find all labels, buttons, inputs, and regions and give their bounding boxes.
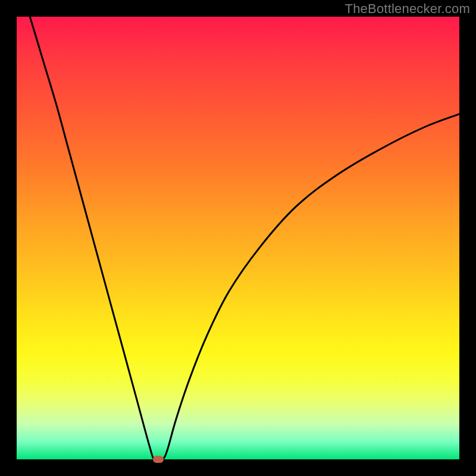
curve-path <box>17 0 459 461</box>
bottleneck-curve <box>17 17 459 459</box>
watermark-text: TheBottlenecker.com <box>345 1 470 17</box>
chart-frame: TheBottlenecker.com <box>0 0 476 476</box>
optimum-marker <box>153 456 164 463</box>
plot-area <box>17 17 459 459</box>
